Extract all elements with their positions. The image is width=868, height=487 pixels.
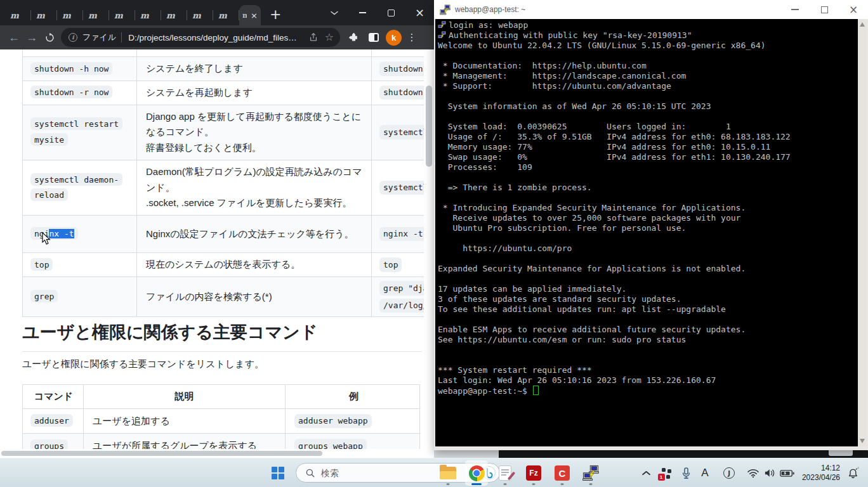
- browser-tab[interactable]: m: [83, 5, 109, 25]
- command-chip[interactable]: grep: [30, 290, 58, 302]
- taskbar-file-explorer[interactable]: [437, 460, 459, 486]
- terminal-line: System information as of Wed Apr 26 05:1…: [438, 101, 858, 112]
- putty-maximize-button[interactable]: [810, 0, 839, 19]
- terminal-line: * Management: https://landscape.canonica…: [438, 71, 858, 81]
- taskbar: Fz C 1 A J: [0, 458, 868, 487]
- terminal-line: *** System restart required ***: [438, 365, 858, 375]
- taskbar-apps: Fz C: [437, 460, 602, 486]
- browser-tab[interactable]: m: [187, 5, 213, 25]
- browser-tab[interactable]: m: [57, 5, 83, 25]
- tab-search-chevron-icon[interactable]: [320, 0, 348, 25]
- extensions-puzzle-icon[interactable]: [345, 29, 362, 46]
- terminal-scrollbar[interactable]: [858, 19, 867, 446]
- close-icon: ×: [849, 4, 858, 15]
- terminal-line: [438, 172, 858, 183]
- taskbar-clibor[interactable]: C: [551, 460, 574, 486]
- notification-count-badge: 1: [658, 474, 665, 481]
- browser-tab-strip: m m m m m: [0, 0, 434, 25]
- search-icon: [305, 468, 315, 478]
- browser-tab[interactable]: m: [109, 5, 135, 25]
- url-text[interactable]: D:/projects/lessons/deploy_guide/md_file…: [128, 33, 301, 42]
- taskbar-chrome[interactable]: [465, 460, 488, 486]
- windows-start-button[interactable]: [272, 467, 284, 479]
- tab-close-icon[interactable]: ×: [251, 11, 258, 20]
- minimize-icon: [359, 12, 366, 13]
- microphone-icon: [681, 467, 691, 479]
- vertical-scrollbar[interactable]: [424, 49, 434, 458]
- address-bar[interactable]: i ファイル D:/projects/lessons/deploy_guide/…: [61, 28, 340, 47]
- browser-menu-icon[interactable]: ⋮: [405, 32, 418, 43]
- desktop: m m m m m: [0, 0, 868, 487]
- terminal-screen[interactable]: login as: webapp Authenticating with pub…: [435, 19, 858, 446]
- command-chip[interactable]: shutdown -r now: [30, 86, 112, 98]
- taskbar-notepad[interactable]: [494, 460, 516, 486]
- forward-button[interactable]: →: [23, 29, 41, 46]
- taskbar-filezilla[interactable]: Fz: [522, 460, 545, 486]
- running-indicator: [504, 483, 507, 485]
- new-tab-button[interactable]: +: [270, 8, 281, 22]
- profile-avatar[interactable]: k: [386, 30, 402, 46]
- maximize-icon: [821, 6, 828, 13]
- browser-tab[interactable]: m: [31, 5, 57, 25]
- tray-volume[interactable]: [761, 460, 778, 486]
- battery-icon: [780, 469, 794, 477]
- browser-tab[interactable]: m: [135, 5, 161, 25]
- tray-clock-app[interactable]: J: [721, 460, 737, 486]
- tray-microphone[interactable]: [678, 460, 694, 486]
- horizontal-scrollbar[interactable]: [0, 449, 424, 458]
- markdown-favicon: m: [192, 11, 201, 20]
- scroll-up-icon[interactable]: [860, 22, 865, 27]
- terminal-text: * Management: https://landscape.canonica…: [438, 71, 686, 81]
- share-icon[interactable]: [308, 32, 319, 42]
- taskbar-clock[interactable]: 14:12 2023/04/26: [798, 464, 840, 483]
- selected-text[interactable]: nx -t: [49, 229, 74, 238]
- example-chip: nginx -t: [379, 227, 427, 242]
- tray-battery[interactable]: [778, 460, 796, 486]
- url-scheme-label: ファイル: [82, 32, 116, 43]
- taskbar-putty[interactable]: [579, 460, 602, 486]
- page-info-icon[interactable]: i: [69, 33, 77, 42]
- tray-notification-app[interactable]: 1: [657, 460, 674, 486]
- markdown-favicon: m: [62, 11, 71, 20]
- example-chip: shutdown: [379, 62, 427, 76]
- command-description: Django app を更新して再起動する都度使うことになるコマンド。 辞書登録…: [146, 111, 361, 153]
- command-chip: adduser: [30, 414, 73, 427]
- back-button[interactable]: ←: [5, 29, 23, 46]
- close-icon: ×: [415, 7, 424, 18]
- terminal-line: Usage of /: 35.3% of 9.51GB IPv4 address…: [438, 132, 858, 142]
- putty-minimize-button[interactable]: [780, 0, 810, 19]
- command-description: 現在のシステムの状態を表示する。: [146, 259, 300, 269]
- browser-tab[interactable]: m: [213, 5, 239, 25]
- terminal-line: * Introducing Expanded Security Maintena…: [438, 203, 858, 213]
- browser-tab-active[interactable]: m ×: [239, 5, 261, 25]
- command-chip[interactable]: systemctl restart mysite: [30, 117, 122, 146]
- command-chip[interactable]: nginx -t: [30, 227, 78, 240]
- ime-mode-indicator[interactable]: A: [697, 460, 713, 486]
- browser-maximize-button[interactable]: [377, 0, 405, 25]
- command-chip[interactable]: systemctl daemon-reload: [30, 173, 122, 202]
- running-indicator: [447, 483, 450, 485]
- horizontal-scrollbar-thumb[interactable]: [1, 451, 322, 456]
- reload-icon: [44, 32, 55, 43]
- tray-wifi[interactable]: [745, 460, 761, 486]
- reload-button[interactable]: [41, 29, 58, 46]
- side-panel-icon[interactable]: [365, 29, 382, 46]
- volume-icon: [764, 468, 776, 478]
- terminal-text: * Documentation: https://help.ubuntu.com: [438, 61, 647, 70]
- column-header: 説明: [84, 385, 286, 409]
- browser-tab[interactable]: m: [5, 5, 31, 25]
- command-chip[interactable]: top: [30, 258, 53, 271]
- command-chip[interactable]: shutdown -h now: [30, 62, 112, 75]
- notification-bell[interactable]: zz: [844, 460, 863, 486]
- vertical-scrollbar-thumb[interactable]: [426, 86, 432, 167]
- scroll-down-icon[interactable]: [860, 439, 865, 443]
- browser-tab[interactable]: m: [161, 5, 187, 25]
- command-text: systemctl restart mysite: [34, 119, 119, 145]
- putty-close-button[interactable]: ×: [839, 0, 868, 19]
- hidden-icons-chevron[interactable]: [638, 460, 654, 486]
- bookmark-star-icon[interactable]: ☆: [325, 32, 334, 42]
- terminal-line: * Support: https://ubuntu.com/advantage: [438, 81, 858, 91]
- terminal-line: Memory usage: 77% IPv4 address for eth0:…: [438, 142, 858, 152]
- browser-minimize-button[interactable]: [348, 0, 377, 25]
- browser-close-button[interactable]: ×: [405, 0, 434, 25]
